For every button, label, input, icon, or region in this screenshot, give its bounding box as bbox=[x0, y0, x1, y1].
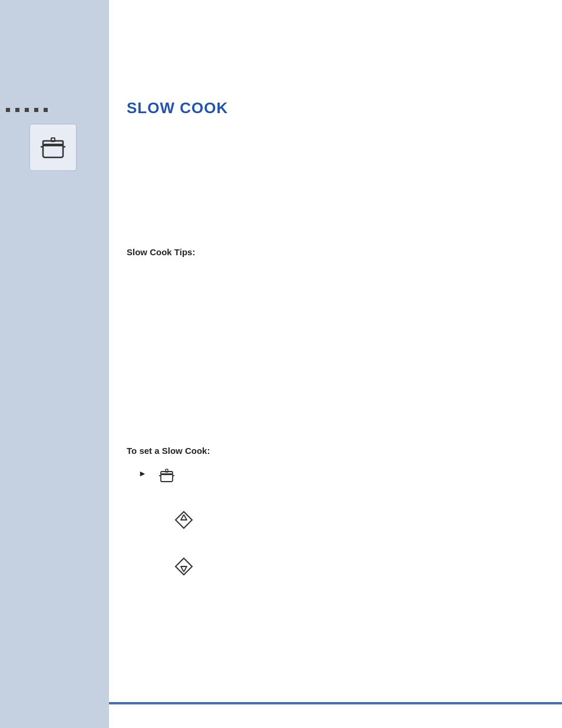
sidebar-dot-4 bbox=[34, 108, 38, 112]
page-container: SLOW COOK Slow Cook Tips: To set a Slow … bbox=[0, 0, 562, 728]
sidebar-dots bbox=[6, 108, 48, 112]
pot-icon bbox=[38, 133, 68, 162]
svg-rect-7 bbox=[166, 469, 168, 472]
steps-container: ► bbox=[127, 467, 538, 579]
step-row-2 bbox=[174, 510, 538, 533]
step-row-3 bbox=[174, 556, 538, 579]
sidebar-dot-2 bbox=[15, 108, 19, 112]
main-content: SLOW COOK Slow Cook Tips: To set a Slow … bbox=[109, 77, 562, 702]
svg-rect-2 bbox=[51, 138, 55, 141]
step-pot-icon bbox=[158, 467, 175, 486]
page-title: SLOW COOK bbox=[127, 99, 538, 117]
sidebar bbox=[0, 0, 109, 728]
svg-rect-0 bbox=[43, 144, 63, 157]
diamond-up-icon bbox=[174, 510, 194, 533]
step-arrow-icon: ► bbox=[138, 469, 147, 478]
svg-rect-5 bbox=[161, 474, 173, 482]
sidebar-dot-1 bbox=[6, 108, 10, 112]
sidebar-dot-3 bbox=[25, 108, 29, 112]
set-label: To set a Slow Cook: bbox=[127, 446, 538, 456]
sidebar-icon-container bbox=[29, 124, 77, 171]
tips-label: Slow Cook Tips: bbox=[127, 247, 538, 257]
sidebar-dot-5 bbox=[44, 108, 48, 112]
diamond-down-icon bbox=[174, 556, 194, 579]
step-row-1: ► bbox=[138, 467, 538, 486]
